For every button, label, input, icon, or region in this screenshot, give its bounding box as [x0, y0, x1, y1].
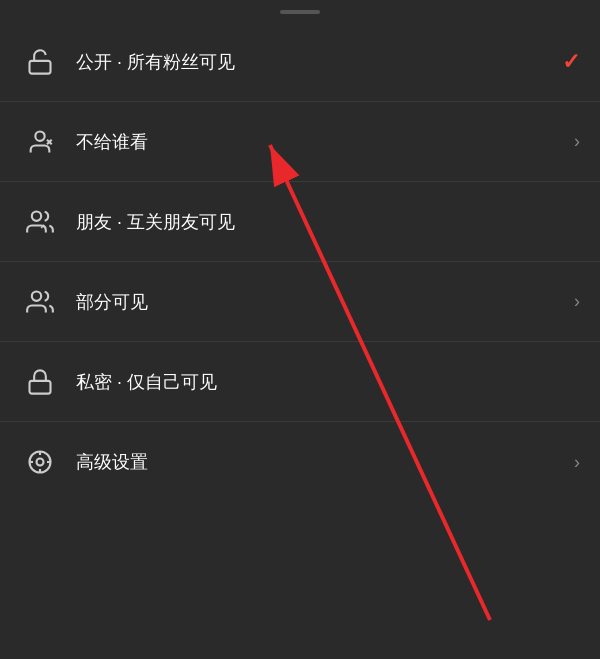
- svg-point-4: [32, 211, 41, 220]
- menu-item-nobody[interactable]: 不给谁看 ›: [0, 102, 600, 182]
- svg-point-5: [32, 291, 41, 300]
- menu-item-public-label: 公开 · 所有粉丝可见: [76, 50, 562, 74]
- menu-item-partial[interactable]: 部分可见 ›: [0, 262, 600, 342]
- menu-item-private-label: 私密 · 仅自己可见: [76, 370, 580, 394]
- chevron-right-icon-advanced: ›: [574, 452, 580, 473]
- chevron-right-icon-nobody: ›: [574, 131, 580, 152]
- user-block-icon: [20, 128, 60, 156]
- svg-point-1: [35, 131, 44, 140]
- svg-rect-6: [30, 380, 51, 393]
- menu-item-public[interactable]: 公开 · 所有粉丝可见 ✓: [0, 22, 600, 102]
- check-icon: ✓: [562, 49, 580, 75]
- menu-item-nobody-label: 不给谁看: [76, 130, 574, 154]
- settings-icon: [20, 448, 60, 476]
- svg-point-8: [37, 459, 44, 466]
- menu-item-friends[interactable]: 朋友 · 互关朋友可见: [0, 182, 600, 262]
- chevron-right-icon-partial: ›: [574, 291, 580, 312]
- svg-rect-0: [30, 60, 51, 73]
- drag-handle: [280, 10, 320, 14]
- user-friends-icon: [20, 208, 60, 236]
- menu-item-private[interactable]: 私密 · 仅自己可见: [0, 342, 600, 422]
- user-partial-icon: [20, 288, 60, 316]
- menu-item-advanced[interactable]: 高级设置 ›: [0, 422, 600, 502]
- menu-item-friends-label: 朋友 · 互关朋友可见: [76, 210, 580, 234]
- menu-item-partial-label: 部分可见: [76, 290, 574, 314]
- lock-closed-icon: [20, 368, 60, 396]
- menu-item-advanced-label: 高级设置: [76, 450, 574, 474]
- lock-open-icon: [20, 48, 60, 76]
- menu-list: 公开 · 所有粉丝可见 ✓ 不给谁看 › 朋友 · 互关朋友可见: [0, 22, 600, 502]
